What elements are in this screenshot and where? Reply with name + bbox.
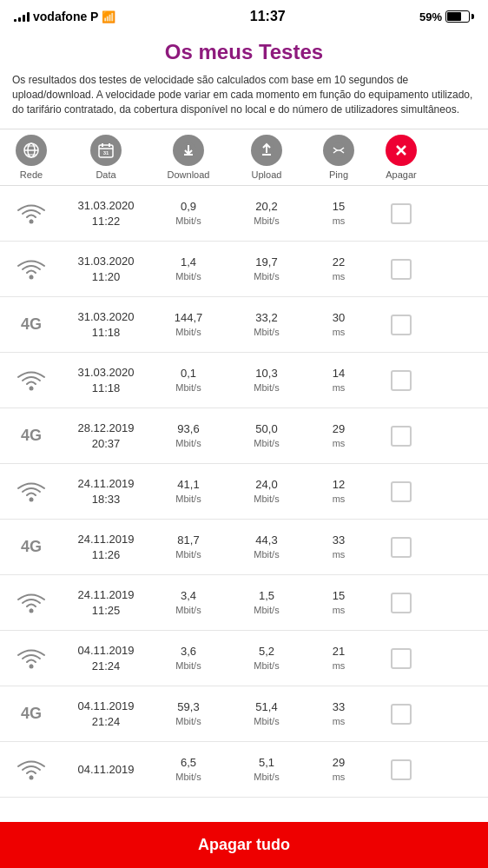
col-ping-label: Ping bbox=[329, 169, 348, 180]
delete-checkbox[interactable] bbox=[391, 704, 412, 725]
table-row: 4G 04.11.2019 21:24 59,3 Mbit/s 51,4 Mbi… bbox=[0, 686, 488, 742]
download-value: 59,3 bbox=[177, 699, 199, 715]
download-unit: Mbit/s bbox=[175, 215, 201, 228]
date-cell: 04.11.2019 21:24 bbox=[63, 643, 149, 674]
time-value: 20:37 bbox=[92, 436, 121, 452]
upload-unit: Mbit/s bbox=[254, 326, 279, 339]
delete-cell[interactable] bbox=[372, 537, 431, 558]
ping-value: 22 bbox=[333, 255, 345, 270]
delete-cell[interactable] bbox=[372, 259, 431, 280]
ping-unit: ms bbox=[333, 604, 346, 617]
col-data: 31 Data bbox=[63, 135, 149, 180]
ping-value: 33 bbox=[333, 533, 345, 548]
ping-value: 15 bbox=[333, 588, 345, 604]
data-icon: 31 bbox=[90, 135, 122, 166]
carrier-label: vodafone P bbox=[33, 10, 98, 23]
upload-cell: 51,4 Mbit/s bbox=[228, 699, 306, 729]
download-unit: Mbit/s bbox=[175, 715, 201, 728]
download-cell: 81,7 Mbit/s bbox=[149, 533, 228, 562]
upload-unit: Mbit/s bbox=[254, 270, 279, 283]
upload-value: 50,0 bbox=[255, 421, 277, 437]
date-cell: 31.03.2020 11:22 bbox=[63, 198, 149, 229]
upload-value: 24,0 bbox=[255, 477, 277, 493]
download-value: 81,7 bbox=[177, 533, 199, 548]
delete-checkbox[interactable] bbox=[391, 203, 412, 224]
date-cell: 31.03.2020 11:18 bbox=[63, 309, 149, 341]
status-left: vodafone P 📶 bbox=[14, 10, 115, 23]
download-unit: Mbit/s bbox=[175, 270, 201, 283]
time-value: 11:20 bbox=[92, 269, 121, 285]
delete-checkbox[interactable] bbox=[391, 259, 412, 280]
col-ping: Ping bbox=[306, 135, 372, 180]
network-wifi bbox=[0, 758, 63, 782]
ping-value: 30 bbox=[333, 310, 345, 326]
delete-checkbox[interactable] bbox=[391, 315, 412, 335]
table-row: 24.11.2019 18:33 41,1 Mbit/s 24,0 Mbit/s… bbox=[0, 464, 488, 520]
delete-cell[interactable] bbox=[372, 370, 431, 391]
apagar-tudo-button[interactable]: Apagar tudo bbox=[0, 822, 488, 868]
ping-cell: 33 ms bbox=[306, 533, 372, 562]
apagar-icon bbox=[386, 135, 417, 166]
upload-cell: 1,5 Mbit/s bbox=[228, 588, 306, 618]
date-value: 24.11.2019 bbox=[77, 587, 134, 603]
delete-checkbox[interactable] bbox=[391, 759, 412, 780]
delete-cell[interactable] bbox=[372, 203, 431, 224]
battery-icon bbox=[445, 10, 474, 23]
delete-cell[interactable] bbox=[372, 648, 431, 669]
col-rede: Rede bbox=[0, 135, 63, 180]
rede-icon bbox=[16, 135, 47, 166]
upload-unit: Mbit/s bbox=[254, 548, 279, 561]
download-cell: 144,7 Mbit/s bbox=[149, 310, 228, 340]
col-download-label: Download bbox=[168, 169, 210, 180]
time-value: 21:24 bbox=[92, 659, 121, 674]
network-wifi bbox=[0, 368, 63, 393]
download-unit: Mbit/s bbox=[175, 437, 201, 450]
delete-cell[interactable] bbox=[372, 481, 431, 502]
wifi-icon-status: 📶 bbox=[102, 10, 115, 23]
col-upload-label: Upload bbox=[252, 169, 282, 180]
upload-unit: Mbit/s bbox=[254, 437, 279, 450]
time-value: 11:22 bbox=[92, 214, 121, 229]
download-icon bbox=[173, 135, 204, 166]
upload-unit: Mbit/s bbox=[254, 381, 279, 394]
col-apagar: Apagar bbox=[372, 135, 431, 180]
date-value: 24.11.2019 bbox=[77, 532, 134, 547]
download-value: 6,5 bbox=[181, 755, 196, 771]
upload-unit: Mbit/s bbox=[254, 604, 279, 617]
time-value: 18:33 bbox=[92, 492, 121, 507]
date-cell: 24.11.2019 11:26 bbox=[63, 532, 149, 563]
network-4g: 4G bbox=[0, 315, 63, 334]
upload-value: 5,1 bbox=[259, 755, 274, 771]
delete-checkbox[interactable] bbox=[391, 426, 412, 447]
table-row: 4G 31.03.2020 11:18 144,7 Mbit/s 33,2 Mb… bbox=[0, 297, 488, 353]
delete-cell[interactable] bbox=[372, 593, 431, 613]
status-right: 59% bbox=[419, 10, 474, 23]
ping-cell: 21 ms bbox=[306, 644, 372, 673]
delete-cell[interactable] bbox=[372, 426, 431, 447]
ping-cell: 22 ms bbox=[306, 255, 372, 284]
col-upload: Upload bbox=[228, 135, 306, 180]
upload-value: 51,4 bbox=[255, 699, 277, 715]
date-value: 28.12.2019 bbox=[77, 421, 134, 436]
ping-value: 29 bbox=[333, 421, 345, 437]
delete-checkbox[interactable] bbox=[391, 593, 412, 613]
battery-percentage: 59% bbox=[419, 10, 442, 23]
delete-checkbox[interactable] bbox=[391, 481, 412, 502]
table-row: 31.03.2020 11:20 1,4 Mbit/s 19,7 Mbit/s … bbox=[0, 242, 488, 297]
download-unit: Mbit/s bbox=[175, 326, 201, 339]
date-cell: 31.03.2020 11:18 bbox=[63, 365, 149, 396]
ping-cell: 12 ms bbox=[306, 477, 372, 507]
network-4g: 4G bbox=[0, 705, 63, 723]
table-row: 4G 28.12.2019 20:37 93,6 Mbit/s 50,0 Mbi… bbox=[0, 408, 488, 464]
upload-icon bbox=[251, 135, 282, 166]
upload-cell: 5,2 Mbit/s bbox=[228, 644, 306, 673]
delete-cell[interactable] bbox=[372, 759, 431, 780]
delete-checkbox[interactable] bbox=[391, 370, 412, 391]
delete-checkbox[interactable] bbox=[391, 648, 412, 669]
delete-cell[interactable] bbox=[372, 315, 431, 335]
delete-cell[interactable] bbox=[372, 704, 431, 725]
delete-checkbox[interactable] bbox=[391, 537, 412, 558]
ping-value: 14 bbox=[333, 366, 345, 381]
svg-point-25 bbox=[30, 664, 34, 668]
ping-unit: ms bbox=[333, 715, 346, 728]
